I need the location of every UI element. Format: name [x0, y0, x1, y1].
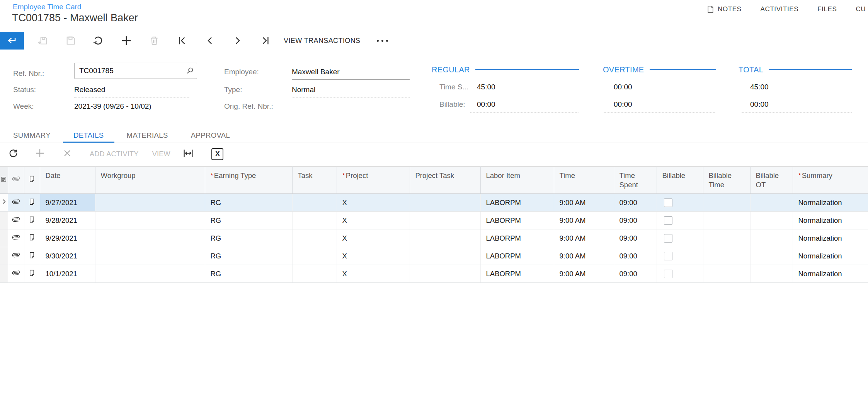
- attachment-cell[interactable]: [8, 212, 24, 229]
- tab-summary[interactable]: SUMMARY: [3, 130, 61, 142]
- cell-earning-type[interactable]: RG: [205, 212, 292, 229]
- column-header-summary[interactable]: *Summary: [793, 167, 868, 194]
- column-header-billable-ot[interactable]: Billable OT: [750, 167, 793, 194]
- tab-materials[interactable]: MATERIALS: [116, 130, 179, 142]
- export-excel-button[interactable]: X: [210, 146, 225, 162]
- attachment-column-header[interactable]: [8, 167, 24, 194]
- customization-button[interactable]: CU: [856, 5, 866, 13]
- search-icon[interactable]: [184, 67, 197, 75]
- activities-button[interactable]: ACTIVITIES: [761, 5, 799, 13]
- column-header-labor-item[interactable]: Labor Item: [480, 167, 554, 194]
- cell-project[interactable]: X: [337, 212, 410, 229]
- cell-labor-item[interactable]: LABORPM: [480, 265, 554, 283]
- cell-time[interactable]: 9:00 AM: [554, 194, 614, 212]
- view-transactions-button[interactable]: VIEW TRANSACTIONS: [284, 37, 361, 45]
- cell-billable[interactable]: [657, 229, 703, 247]
- refresh-button[interactable]: [5, 146, 21, 162]
- cell-date[interactable]: 9/28/2021: [40, 212, 95, 229]
- last-record-button[interactable]: [257, 32, 274, 50]
- cell-labor-item[interactable]: LABORPM: [480, 247, 554, 265]
- back-button[interactable]: [0, 32, 24, 50]
- cell-date[interactable]: 9/29/2021: [40, 229, 95, 247]
- row-selector-cell[interactable]: [0, 265, 8, 283]
- cell-project[interactable]: X: [337, 194, 410, 212]
- cell-task[interactable]: [292, 247, 337, 265]
- cell-labor-item[interactable]: LABORPM: [480, 229, 554, 247]
- cell-time[interactable]: 9:00 AM: [554, 229, 614, 247]
- billable-checkbox[interactable]: [664, 270, 672, 278]
- cell-billable[interactable]: [657, 212, 703, 229]
- attachment-cell[interactable]: [8, 265, 24, 283]
- cell-project-task[interactable]: [410, 229, 480, 247]
- next-record-button[interactable]: [229, 32, 247, 50]
- undo-button[interactable]: [90, 32, 107, 50]
- cell-time-spent[interactable]: 09:00: [614, 212, 657, 229]
- add-record-button[interactable]: [117, 32, 135, 50]
- cell-task[interactable]: [292, 212, 337, 229]
- prev-record-button[interactable]: [201, 32, 219, 50]
- cell-billable-time[interactable]: [703, 212, 750, 229]
- cell-time[interactable]: 9:00 AM: [554, 247, 614, 265]
- row-selector-cell[interactable]: [0, 229, 8, 247]
- billable-checkbox[interactable]: [664, 198, 672, 207]
- week-value[interactable]: 2021-39 (09/26 - 10/02): [74, 99, 190, 114]
- cell-workgroup[interactable]: [95, 212, 205, 229]
- column-header-task[interactable]: Task: [292, 167, 337, 194]
- cell-billable[interactable]: [657, 247, 703, 265]
- cell-project-task[interactable]: [410, 265, 480, 283]
- attachment-cell[interactable]: [8, 229, 24, 247]
- column-header-time-spent[interactable]: Time Spent: [614, 167, 657, 194]
- cell-project-task[interactable]: [410, 247, 480, 265]
- column-header-billable[interactable]: Billable: [657, 167, 703, 194]
- save-and-close-button[interactable]: [34, 32, 52, 50]
- attachment-cell[interactable]: [8, 247, 24, 265]
- cell-project-task[interactable]: [410, 212, 480, 229]
- breadcrumb[interactable]: Employee Time Card: [13, 3, 81, 11]
- ref-nbr-input[interactable]: [75, 67, 184, 75]
- cell-billable-ot[interactable]: [750, 194, 793, 212]
- billable-checkbox[interactable]: [664, 234, 672, 243]
- note-cell[interactable]: [24, 247, 40, 265]
- view-button[interactable]: VIEW: [152, 150, 170, 158]
- cell-workgroup[interactable]: [95, 265, 205, 283]
- cell-time-spent[interactable]: 09:00: [614, 194, 657, 212]
- cell-labor-item[interactable]: LABORPM: [480, 212, 554, 229]
- tab-approval[interactable]: APPROVAL: [180, 130, 241, 142]
- delete-row-button[interactable]: [60, 146, 75, 162]
- row-selector-cell[interactable]: [0, 247, 8, 265]
- cell-billable[interactable]: [657, 265, 703, 283]
- attachment-cell[interactable]: [8, 194, 24, 212]
- note-cell[interactable]: [24, 265, 40, 283]
- note-cell[interactable]: [24, 194, 40, 212]
- cell-billable-ot[interactable]: [750, 265, 793, 283]
- cell-earning-type[interactable]: RG: [205, 247, 292, 265]
- cell-billable-ot[interactable]: [750, 247, 793, 265]
- cell-billable-ot[interactable]: [750, 212, 793, 229]
- row-selector-cell[interactable]: [0, 194, 8, 212]
- cell-earning-type[interactable]: RG: [205, 229, 292, 247]
- cell-earning-type[interactable]: RG: [205, 194, 292, 212]
- cell-date[interactable]: 9/27/2021: [40, 194, 95, 212]
- cell-summary[interactable]: Normalization: [793, 194, 868, 212]
- cell-time-spent[interactable]: 09:00: [614, 247, 657, 265]
- note-cell[interactable]: [24, 229, 40, 247]
- cell-billable-time[interactable]: [703, 194, 750, 212]
- row-selector-cell[interactable]: [0, 212, 8, 229]
- column-header-project[interactable]: *Project: [337, 167, 410, 194]
- cell-project[interactable]: X: [337, 229, 410, 247]
- column-header-workgroup[interactable]: Workgroup: [95, 167, 205, 194]
- column-header-time[interactable]: Time: [554, 167, 614, 194]
- cell-summary[interactable]: Normalization: [793, 212, 868, 229]
- column-header-date[interactable]: Date: [40, 167, 95, 194]
- cell-date[interactable]: 10/1/2021: [40, 265, 95, 283]
- cell-billable[interactable]: [657, 194, 703, 212]
- cell-billable-time[interactable]: [703, 229, 750, 247]
- notes-button[interactable]: NOTES: [706, 5, 742, 14]
- billable-checkbox[interactable]: [664, 252, 672, 260]
- row-settings-icon[interactable]: [0, 167, 8, 194]
- cell-task[interactable]: [292, 229, 337, 247]
- cell-earning-type[interactable]: RG: [205, 265, 292, 283]
- cell-project-task[interactable]: [410, 194, 480, 212]
- column-header-billable-time[interactable]: Billable Time: [703, 167, 750, 194]
- add-activity-button[interactable]: ADD ACTIVITY: [90, 150, 139, 158]
